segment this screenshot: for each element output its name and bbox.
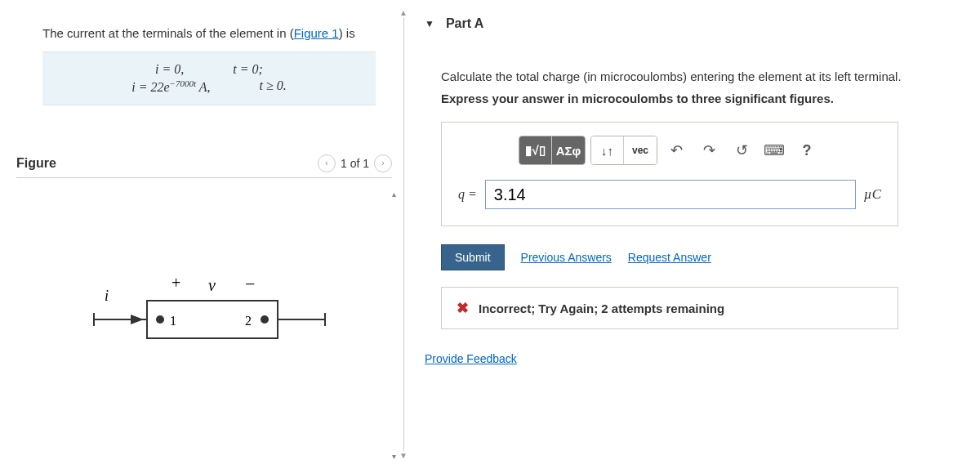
reset-button[interactable]: ↺	[728, 136, 755, 164]
question-instruction: Express your answer in microcoulombs to …	[441, 92, 956, 105]
provide-feedback-link[interactable]: Provide Feedback	[425, 352, 517, 365]
incorrect-icon: ✖	[457, 299, 469, 317]
svg-text:+: +	[172, 274, 180, 292]
circuit-figure: i + v − 1 2	[49, 243, 359, 374]
submit-button[interactable]: Submit	[441, 244, 505, 270]
svg-text:1: 1	[170, 314, 176, 328]
figure-title: Figure	[16, 156, 56, 171]
figure-link[interactable]: Figure 1	[294, 26, 339, 40]
svg-text:i: i	[105, 288, 109, 304]
undo-button[interactable]: ↶	[662, 136, 690, 164]
answer-input[interactable]	[485, 180, 856, 209]
svg-rect-0	[147, 301, 278, 338]
svg-point-6	[156, 315, 164, 324]
scroll-down-icon[interactable]: ▾	[389, 452, 399, 461]
equation-block: i = 0, t = 0; i = 22e−7000t A, t ≥ 0.	[42, 51, 376, 105]
pager-prev[interactable]: ‹	[318, 154, 336, 172]
scroll-up-icon[interactable]: ▴	[389, 190, 399, 199]
question-prompt: Calculate the total charge (in microcoul…	[441, 69, 956, 83]
part-title: Part A	[446, 16, 484, 31]
svg-marker-2	[131, 315, 144, 324]
equation-toolbar: ▮√▯ ΑΣφ ↓↑ vec ↶ ↷ ↺ ⌨ ?	[458, 136, 881, 165]
request-answer-link[interactable]: Request Answer	[628, 251, 711, 264]
previous-answers-link[interactable]: Previous Answers	[521, 251, 612, 264]
answer-variable: q =	[458, 187, 477, 202]
vec-button[interactable]: vec	[624, 136, 657, 164]
pager-next[interactable]: ›	[374, 154, 392, 172]
answer-unit: µC	[864, 186, 881, 203]
symbols-button[interactable]: ΑΣφ	[552, 136, 585, 164]
svg-point-7	[261, 315, 269, 324]
answer-area: ▮√▯ ΑΣφ ↓↑ vec ↶ ↷ ↺ ⌨ ? q = µC	[441, 122, 898, 226]
collapse-icon[interactable]: ▼	[425, 18, 434, 29]
help-button[interactable]: ?	[793, 136, 821, 164]
svg-text:2: 2	[245, 314, 252, 328]
subsup-button[interactable]: ↓↑	[591, 136, 624, 164]
keyboard-button[interactable]: ⌨	[760, 136, 788, 164]
figure-pager: ‹ 1 of 1 ›	[318, 154, 392, 172]
svg-text:−: −	[245, 274, 255, 294]
redo-button[interactable]: ↷	[695, 136, 723, 164]
templates-button[interactable]: ▮√▯	[519, 136, 552, 164]
svg-text:v: v	[208, 276, 216, 294]
feedback-banner: ✖ Incorrect; Try Again; 2 attempts remai…	[441, 287, 898, 329]
problem-statement: The current at the terminals of the elem…	[42, 25, 376, 43]
